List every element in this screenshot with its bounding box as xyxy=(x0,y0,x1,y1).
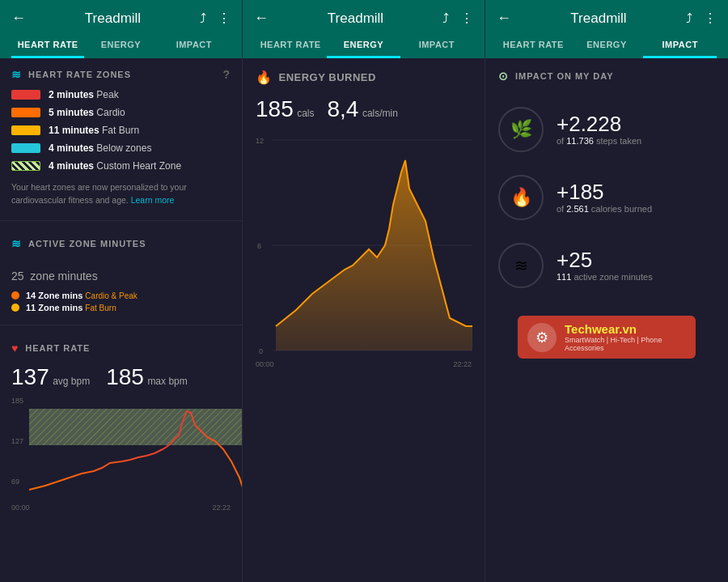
share-button-2[interactable]: ⤴ xyxy=(442,11,449,26)
header-icons-1: ⤴ ⋮ xyxy=(200,11,231,26)
section-hr-header: ♥ HEART RATE xyxy=(0,332,242,359)
energy-time-end: 22:22 xyxy=(453,360,472,368)
zone-cardio: 5 minutes Cardio xyxy=(0,104,242,121)
azm-dot-yellow xyxy=(11,304,19,312)
impact-azm: ≋ +25 111 active zone minutes xyxy=(485,232,728,299)
techwear-logo-icon: ⚙ xyxy=(527,323,557,352)
impact-cals-desc: of 2.561 calories burned xyxy=(557,204,652,214)
impact-cals-info: +185 of 2.561 calories burned xyxy=(557,181,652,214)
impact-steps: 🌿 +2.228 of 11.736 steps taken xyxy=(485,96,728,164)
energy-section-header: 🔥 ENERGY BURNED xyxy=(243,58,485,91)
tab-energy-1[interactable]: ENERGY xyxy=(84,33,157,58)
impact-azm-value: +25 xyxy=(557,249,653,270)
svg-text:12: 12 xyxy=(256,137,264,145)
impact-title: IMPACT ON MY DAY xyxy=(515,71,614,81)
title-1: Treadmill xyxy=(85,11,141,27)
energy-time-start: 00:00 xyxy=(256,360,274,368)
azm-text-cardio: 14 Zone mins Cardio & Peak xyxy=(26,291,138,300)
zone-fatburn: 11 minutes Fat Burn xyxy=(0,121,242,139)
fire-icon: 🔥 xyxy=(256,70,273,85)
share-button-3[interactable]: ⤴ xyxy=(686,11,692,26)
tabs-2: HEART RATE ENERGY IMPACT xyxy=(254,33,473,58)
section-hr-zones-header: ≋ HEART RATE ZONES ? xyxy=(0,58,242,86)
techwear-sub: SmartWatch | Hi-Tech | Phone Accessories xyxy=(565,336,686,352)
energy-time-labels: 00:00 22:22 xyxy=(243,359,485,370)
techwear-logo-text: Techwear.vn SmartWatch | Hi-Tech | Phone… xyxy=(565,322,686,352)
svg-text:0: 0 xyxy=(259,347,263,355)
tab-heart-rate-3[interactable]: HEART RATE xyxy=(497,33,570,58)
learn-more-link[interactable]: Learn more xyxy=(131,195,175,205)
energy-cals: 185 cals xyxy=(256,96,315,122)
header-3: ← Treadmill ⤴ ⋮ HEART RATE ENERGY IMPACT xyxy=(485,0,728,58)
panel-impact: ← Treadmill ⤴ ⋮ HEART RATE ENERGY IMPACT… xyxy=(485,0,728,582)
tab-heart-rate-1[interactable]: HEART RATE xyxy=(11,33,84,58)
menu-button-2[interactable]: ⋮ xyxy=(460,11,473,26)
impact-dot-icon: ⊙ xyxy=(498,70,509,83)
divider-1 xyxy=(0,220,242,221)
hr-chart: 185 127 69 xyxy=(0,397,242,502)
section-azm-header: ≋ ACTIVE ZONE MINUTES xyxy=(0,227,242,255)
zone-label-custom: 4 minutes Custom Heart Zone xyxy=(49,160,181,172)
azm-legend-fatburn: 11 Zone mins Fat Burn xyxy=(11,303,231,312)
hr-values: 137 avg bpm 185 max bpm xyxy=(0,359,242,397)
tab-impact-3[interactable]: IMPACT xyxy=(643,33,717,58)
impact-steps-desc: of 11.736 steps taken xyxy=(557,136,641,146)
azm-dot-orange xyxy=(11,291,19,299)
zones-icon: ≋ xyxy=(11,68,22,81)
zone-peak: 2 minutes Peak xyxy=(0,86,242,104)
tabs-3: HEART RATE ENERGY IMPACT xyxy=(497,33,717,58)
panel-energy: ← Treadmill ⤴ ⋮ HEART RATE ENERGY IMPACT… xyxy=(243,0,485,582)
techwear-logo: ⚙ Techwear.vn SmartWatch | Hi-Tech | Pho… xyxy=(518,316,696,359)
hr-y-127: 127 xyxy=(11,437,23,445)
content-3: ⊙ IMPACT ON MY DAY 🌿 +2.228 of 11.736 st… xyxy=(485,58,728,582)
zone-label-cardio: 5 minutes Cardio xyxy=(49,107,125,118)
zone-below: 4 minutes Below zones xyxy=(0,139,242,157)
impact-steps-value: +2.228 xyxy=(557,113,641,134)
zone-bar-below xyxy=(11,143,40,153)
azm-icon: ≋ xyxy=(11,237,22,250)
impact-azm-desc: 111 active zone minutes xyxy=(557,272,653,282)
impact-azm-info: +25 111 active zone minutes xyxy=(557,249,653,282)
tabs-1: HEART RATE ENERGY IMPACT xyxy=(11,33,231,58)
panel-heart-rate: ← Treadmill ⤴ ⋮ HEART RATE ENERGY IMPACT… xyxy=(0,0,243,582)
tab-energy-3[interactable]: ENERGY xyxy=(570,33,644,58)
zone-label-peak: 2 minutes Peak xyxy=(49,89,119,100)
zones-help[interactable]: ? xyxy=(222,68,231,81)
hr-svg xyxy=(29,397,242,502)
hr-y-185: 185 xyxy=(11,397,23,405)
back-button-2[interactable]: ← xyxy=(254,10,269,27)
azm-legend: 14 Zone mins Cardio & Peak 11 Zone mins … xyxy=(0,287,242,318)
energy-stats: 185 cals 8,4 cals/min xyxy=(243,91,485,132)
tab-impact-2[interactable]: IMPACT xyxy=(400,33,473,58)
energy-chart: 12 6 0 xyxy=(243,132,485,359)
azm-title: ACTIVE ZONE MINUTES xyxy=(28,239,146,249)
impact-calories: 🔥 +185 of 2.561 calories burned xyxy=(485,164,728,232)
hr-time-start: 00:00 xyxy=(11,503,30,512)
tab-impact-1[interactable]: IMPACT xyxy=(158,33,231,58)
tab-energy-2[interactable]: ENERGY xyxy=(327,33,400,58)
zone-label-below: 4 minutes Below zones xyxy=(49,142,151,154)
energy-rate: 8,4 cals/min xyxy=(328,96,398,122)
azm-text-fatburn: 11 Zone mins Fat Burn xyxy=(26,303,116,312)
heart-icon: ♥ xyxy=(11,342,19,355)
impact-section-header: ⊙ IMPACT ON MY DAY xyxy=(485,58,728,96)
menu-button-3[interactable]: ⋮ xyxy=(704,11,717,26)
content-1: ≋ HEART RATE ZONES ? 2 minutes Peak 5 mi… xyxy=(0,58,242,582)
energy-title: ENERGY BURNED xyxy=(279,71,376,83)
impact-circle-cals: 🔥 xyxy=(498,175,544,220)
azm-impact-icon: ≋ xyxy=(514,256,528,275)
zone-custom: 4 minutes Custom Heart Zone xyxy=(0,157,242,175)
techwear-name: Techwear.vn xyxy=(565,322,686,336)
menu-button-1[interactable]: ⋮ xyxy=(218,11,231,26)
svg-rect-1 xyxy=(29,409,242,445)
back-button-3[interactable]: ← xyxy=(497,10,511,27)
share-button-1[interactable]: ⤴ xyxy=(200,11,206,26)
title-2: Treadmill xyxy=(328,11,383,27)
hr-y-69: 69 xyxy=(11,478,19,486)
tab-heart-rate-2[interactable]: HEART RATE xyxy=(254,33,327,58)
hr-avg: 137 avg bpm xyxy=(11,364,90,390)
back-button-1[interactable]: ← xyxy=(11,10,26,27)
hr-time-end: 22:22 xyxy=(212,503,231,512)
zone-label-fatburn: 11 minutes Fat Burn xyxy=(49,125,139,136)
energy-svg: 12 6 0 xyxy=(256,132,472,359)
